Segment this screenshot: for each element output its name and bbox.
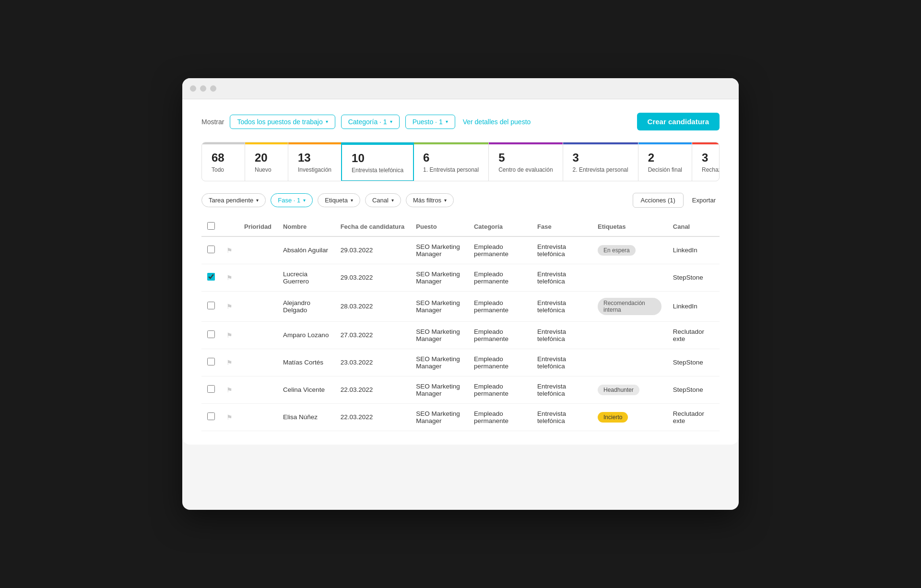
stat-label: 2. Entrevista personal bbox=[573, 166, 628, 174]
row-prioridad bbox=[238, 403, 277, 431]
row-nombre[interactable]: Matías Cortés bbox=[277, 349, 335, 376]
flag-icon[interactable]: ⚑ bbox=[226, 413, 233, 421]
crear-candidatura-btn[interactable]: Crear candidatura bbox=[637, 113, 720, 130]
filter-categoria-btn[interactable]: Categoría · 1 ▾ bbox=[341, 115, 400, 129]
stat-color-bar bbox=[692, 142, 720, 144]
fase-filter-btn[interactable]: Fase · 1 ▾ bbox=[271, 193, 313, 207]
row-categoria: Empleado permanente bbox=[468, 321, 531, 349]
etiqueta-filter-label: Etiqueta bbox=[325, 197, 348, 204]
filter-bar: Tarea pendiente ▾ Fase · 1 ▾ Etiqueta ▾ … bbox=[201, 193, 720, 208]
row-fase: Entrevista telefónica bbox=[531, 349, 592, 376]
row-checkbox[interactable] bbox=[207, 412, 215, 420]
row-nombre[interactable]: Alejandro Delgado bbox=[277, 291, 335, 321]
row-categoria: Empleado permanente bbox=[468, 264, 531, 291]
top-bar: Mostrar Todos los puestos de trabajo ▾ C… bbox=[201, 113, 720, 130]
acciones-btn[interactable]: Acciones (1) bbox=[633, 193, 684, 208]
row-fase: Entrevista telefónica bbox=[531, 291, 592, 321]
filter-puestos-btn[interactable]: Todos los puestos de trabajo ▾ bbox=[230, 115, 335, 129]
row-nombre[interactable]: Celina Vicente bbox=[277, 376, 335, 403]
flag-icon[interactable]: ⚑ bbox=[226, 359, 233, 366]
row-puesto: SEO Marketing Manager bbox=[410, 349, 468, 376]
row-categoria: Empleado permanente bbox=[468, 376, 531, 403]
row-checkbox[interactable] bbox=[207, 358, 215, 365]
stat-item-8[interactable]: 3 Rechazada bbox=[692, 142, 720, 181]
row-categoria: Empleado permanente bbox=[468, 403, 531, 431]
row-checkbox[interactable] bbox=[207, 273, 215, 281]
col-header-fase: Fase bbox=[531, 217, 592, 236]
etiqueta-filter-btn[interactable]: Etiqueta ▾ bbox=[318, 193, 360, 207]
stat-label: Centro de evaluación bbox=[498, 166, 553, 174]
filter-puesto-btn[interactable]: Puesto · 1 ▾ bbox=[405, 115, 455, 129]
col-header-puesto: Puesto bbox=[410, 217, 468, 236]
row-checkbox-cell bbox=[201, 376, 221, 403]
row-checkbox[interactable] bbox=[207, 330, 215, 338]
chevron-down-icon: ▾ bbox=[444, 198, 447, 203]
row-fecha: 29.03.2022 bbox=[335, 236, 411, 264]
select-all-checkbox[interactable] bbox=[207, 222, 215, 230]
row-nombre[interactable]: Absalón Aguilar bbox=[277, 236, 335, 264]
row-canal: StepStone bbox=[667, 376, 720, 403]
row-nombre[interactable]: Lucrecia Guerrero bbox=[277, 264, 335, 291]
flag-icon[interactable]: ⚑ bbox=[226, 386, 233, 394]
stat-number: 20 bbox=[255, 152, 278, 164]
mostrar-label: Mostrar bbox=[201, 118, 224, 126]
table-row: ⚑ Elisa Núñez 22.03.2022 SEO Marketing M… bbox=[201, 403, 720, 431]
row-checkbox[interactable] bbox=[207, 246, 215, 253]
stat-item-3[interactable]: 10 Entrevista telefónica bbox=[341, 142, 414, 181]
stat-item-5[interactable]: 5 Centro de evaluación bbox=[489, 142, 563, 181]
row-nombre[interactable]: Elisa Núñez bbox=[277, 403, 335, 431]
stat-number: 3 bbox=[573, 152, 628, 164]
stat-label: Investigación bbox=[298, 166, 331, 174]
row-canal: Reclutador exte bbox=[667, 321, 720, 349]
row-etiqueta: Incierto bbox=[592, 403, 667, 431]
flag-icon[interactable]: ⚑ bbox=[226, 247, 233, 254]
row-prioridad bbox=[238, 291, 277, 321]
stat-item-1[interactable]: 20 Nuevo bbox=[245, 142, 288, 181]
stat-item-7[interactable]: 2 Decisión final bbox=[638, 142, 692, 181]
etiqueta-tag: Recomendación interna bbox=[598, 298, 661, 315]
row-prioridad bbox=[238, 321, 277, 349]
stat-item-0[interactable]: 68 Todo bbox=[202, 142, 245, 181]
row-canal: StepStone bbox=[667, 349, 720, 376]
row-flag-cell: ⚑ bbox=[221, 264, 238, 291]
ver-detalles-link[interactable]: Ver detalles del puesto bbox=[463, 118, 531, 126]
stat-color-bar bbox=[245, 142, 288, 144]
table-row: ⚑ Matías Cortés 23.03.2022 SEO Marketing… bbox=[201, 349, 720, 376]
col-header-check bbox=[201, 217, 221, 236]
stat-color-bar bbox=[638, 142, 692, 144]
stat-label: Entrevista telefónica bbox=[352, 167, 403, 175]
exportar-btn[interactable]: Exportar bbox=[688, 193, 720, 208]
chevron-down-icon: ▾ bbox=[326, 119, 328, 124]
row-fecha: 28.03.2022 bbox=[335, 291, 411, 321]
chevron-down-icon: ▾ bbox=[351, 198, 353, 203]
row-nombre[interactable]: Amparo Lozano bbox=[277, 321, 335, 349]
row-checkbox[interactable] bbox=[207, 385, 215, 393]
stat-color-bar bbox=[342, 143, 413, 145]
row-puesto: SEO Marketing Manager bbox=[410, 291, 468, 321]
stat-color-bar bbox=[288, 142, 341, 144]
row-prioridad bbox=[238, 236, 277, 264]
canal-filter-btn[interactable]: Canal ▾ bbox=[365, 193, 401, 207]
table-row: ⚑ Amparo Lozano 27.03.2022 SEO Marketing… bbox=[201, 321, 720, 349]
row-puesto: SEO Marketing Manager bbox=[410, 236, 468, 264]
stat-item-4[interactable]: 6 1. Entrevista personal bbox=[413, 142, 489, 181]
tarea-filter-btn[interactable]: Tarea pendiente ▾ bbox=[201, 193, 266, 207]
stat-number: 5 bbox=[498, 152, 553, 164]
row-etiqueta: En espera bbox=[592, 236, 667, 264]
stat-number: 3 bbox=[702, 152, 720, 164]
flag-icon[interactable]: ⚑ bbox=[226, 274, 233, 282]
row-checkbox-cell bbox=[201, 236, 221, 264]
col-header-nombre: Nombre bbox=[277, 217, 335, 236]
row-fecha: 22.03.2022 bbox=[335, 376, 411, 403]
row-checkbox[interactable] bbox=[207, 302, 215, 309]
stat-item-6[interactable]: 3 2. Entrevista personal bbox=[563, 142, 638, 181]
flag-icon[interactable]: ⚑ bbox=[226, 331, 233, 339]
stat-color-bar bbox=[202, 142, 245, 144]
stat-item-2[interactable]: 13 Investigación bbox=[288, 142, 342, 181]
flag-icon[interactable]: ⚑ bbox=[226, 303, 233, 310]
etiqueta-tag: Incierto bbox=[598, 412, 628, 423]
mas-filtros-btn[interactable]: Más filtros ▾ bbox=[406, 193, 454, 207]
titlebar bbox=[182, 78, 739, 99]
filter-categoria-label: Categoría · 1 bbox=[348, 118, 387, 126]
row-etiqueta bbox=[592, 264, 667, 291]
